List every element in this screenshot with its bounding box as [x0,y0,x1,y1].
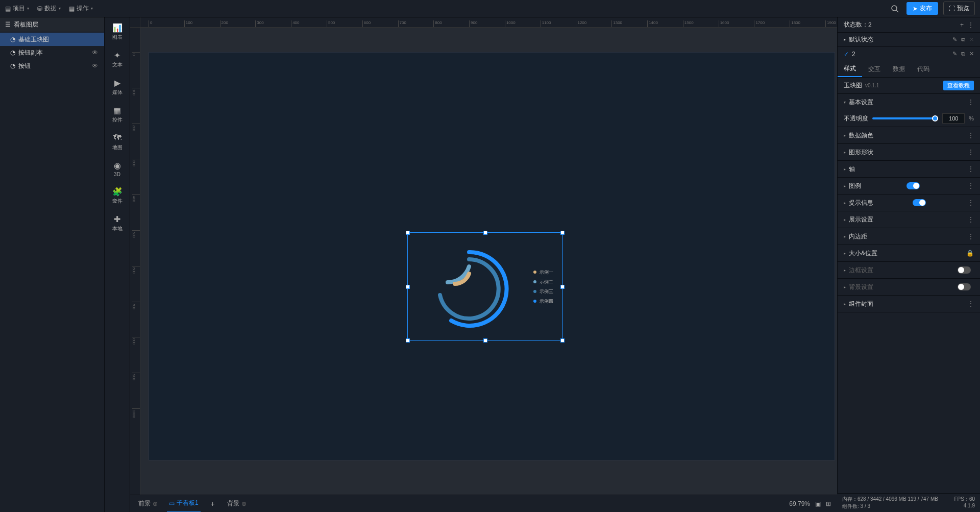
ruler-tick: 100 [132,88,140,95]
menu-project[interactable]: ▤ 项目 ▾ [5,4,29,13]
search-button[interactable] [888,2,901,15]
section-basic-label: 基本设置 [849,98,873,107]
ruler-tick: 700 [132,302,140,309]
resize-handle-tm[interactable] [483,231,487,235]
canvas-viewport[interactable]: 示例一示例二示例三示例四 [140,28,837,495]
resize-handle-tr[interactable] [560,231,565,235]
prop-tab-0[interactable]: 样式 [838,61,862,77]
copy-icon[interactable]: ⧉ [961,51,965,57]
kebab-icon[interactable]: ⋮ [968,132,974,139]
section-axis[interactable]: ▸轴⋮ [838,161,980,177]
menu-data-label: 数据 [44,4,57,13]
prop-tab-3[interactable]: 代码 [911,61,936,77]
comp-category-1[interactable]: ✦文本 [112,50,122,68]
menu-data[interactable]: ⛁ 数据 ▾ [37,4,61,13]
section-legend[interactable]: ▸图例⋮ [838,178,980,194]
tab-foreground[interactable]: 前景 ⊕ [136,499,160,508]
ruler-tick: 100 [184,20,192,28]
layer-panel-header: ☰ 看板图层 [0,17,104,32]
kebab-icon[interactable]: ⋮ [968,199,974,206]
comp-category-4[interactable]: 🗺地图 [112,133,122,151]
section-cover[interactable]: ▸组件封面⋮ [838,296,980,312]
prop-tab-2[interactable]: 数据 [887,61,911,77]
layer-item-0[interactable]: ◔基础玉玦图 [0,33,104,46]
kebab-icon[interactable]: ⋮ [968,165,974,173]
section-tooltip[interactable]: ▸提示信息⋮ [838,194,980,211]
section-background[interactable]: ▸背景设置 [838,279,980,295]
plus-circle-icon[interactable]: ⊕ [241,500,247,507]
ruler-tick: 1300 [611,20,622,28]
kebab-icon[interactable]: ⋮ [968,233,974,240]
chevron-right-icon: ▸ [844,133,846,138]
resize-handle-bm[interactable] [483,338,487,343]
comp-category-5[interactable]: ◉3D [112,160,122,177]
kebab-icon[interactable]: ⋮ [968,149,974,156]
add-state-button[interactable]: + [960,21,964,29]
close-icon[interactable]: ✕ [969,51,974,57]
resize-handle-bl[interactable] [406,338,410,343]
tutorial-button[interactable]: 查看教程 [943,81,974,90]
section-border[interactable]: ▸边框设置 [838,262,980,278]
opacity-slider[interactable] [872,117,938,119]
comp-category-6[interactable]: 🧩套件 [112,186,122,205]
kebab-icon[interactable]: ⋮ [968,182,974,189]
edit-icon[interactable]: ✎ [952,36,957,43]
section-basic[interactable]: ▾ 基本设置 ⋮ [838,94,980,110]
kebab-icon[interactable]: ⋮ [968,300,974,307]
section-padding[interactable]: ▸内边距⋮ [838,228,980,245]
ruler-tick: 500 [132,230,140,238]
opacity-input[interactable] [942,113,965,124]
ruler-tick: 800 [433,20,442,28]
resize-handle-tl[interactable] [406,231,410,235]
eye-icon[interactable]: 👁 [92,62,99,69]
ruler-tick: 500 [327,20,335,28]
state-row-default[interactable]: ▸ 默认状态 ✎ ⧉ ✕ [838,33,980,47]
border-toggle[interactable] [958,266,971,274]
grid-toggle-icon[interactable]: ⊞ [826,500,831,507]
comp-category-2[interactable]: ▶媒体 [112,78,122,96]
chevron-right-icon: ▸ [844,285,846,289]
lock-icon[interactable]: 🔒 [966,250,974,257]
widget-icon: ◔ [10,36,15,43]
section-display-label: 展示设置 [849,215,873,224]
plus-circle-icon[interactable]: ⊕ [153,500,158,507]
section-data-color[interactable]: ▸数据颜色⋮ [838,127,980,143]
selected-widget[interactable]: 示例一示例二示例三示例四 [407,232,563,341]
edit-icon[interactable]: ✎ [952,51,957,57]
resize-handle-mr[interactable] [560,285,565,289]
tab-background[interactable]: 背景 ⊕ [225,499,249,508]
tab-sub-board-label: 子看板1 [177,499,199,507]
resize-handle-br[interactable] [560,338,565,343]
eye-icon[interactable]: 👁 [92,49,99,56]
comp-category-0[interactable]: 📊图表 [112,22,122,41]
close-icon[interactable]: ✕ [969,36,974,43]
publish-button[interactable]: ➤ 发布 [906,2,938,15]
copy-icon[interactable]: ⧉ [961,36,965,43]
layer-item-1[interactable]: ◔按钮副本👁 [0,46,104,59]
prop-tab-1[interactable]: 交互 [862,61,887,77]
legend-toggle[interactable] [906,182,920,189]
section-shape[interactable]: ▸图形形状⋮ [838,144,980,160]
preview-button[interactable]: ⛶ 预览 [943,2,975,15]
section-size-pos[interactable]: ▸大小&位置🔒 [838,245,980,261]
kebab-icon[interactable]: ⋮ [968,216,974,223]
kebab-icon[interactable]: ⋮ [968,99,974,106]
tooltip-toggle[interactable] [913,199,926,206]
legend-item: 示例一 [533,269,553,276]
fit-icon[interactable]: ▣ [815,500,821,507]
states-kebab-icon[interactable]: ⋮ [968,21,974,29]
legend-label: 示例一 [540,269,553,276]
layer-item-label: 按钮副本 [18,48,43,57]
state-row-2[interactable]: ✓ 2 ✎ ⧉ ✕ [838,47,980,61]
comp-category-3[interactable]: ▦控件 [112,105,122,124]
tab-foreground-label: 前景 [138,499,151,508]
layer-item-2[interactable]: ◔按钮👁 [0,59,104,72]
tab-sub-board[interactable]: ▭ 子看板1 [167,495,201,513]
resize-handle-ml[interactable] [406,285,410,289]
add-tab-button[interactable]: + [208,499,218,509]
section-display[interactable]: ▸展示设置⋮ [838,211,980,228]
comp-category-7[interactable]: ✚本地 [112,214,122,232]
menu-operate[interactable]: ▦ 操作 ▾ [69,4,93,13]
background-toggle[interactable] [958,283,971,290]
slider-thumb[interactable] [932,115,938,121]
